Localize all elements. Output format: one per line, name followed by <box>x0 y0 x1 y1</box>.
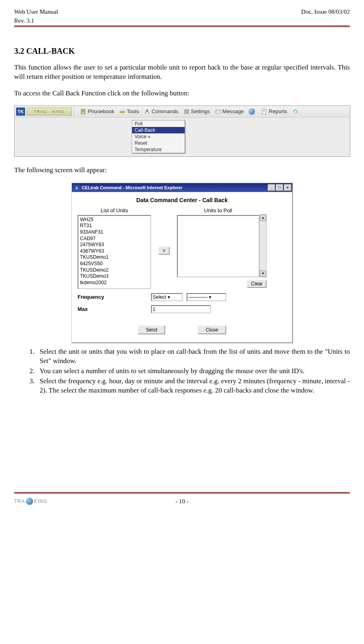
list-item[interactable]: RT31 <box>80 223 149 229</box>
max-label: Max <box>78 306 147 312</box>
step-3: Select the frequency e.g. hour, day or m… <box>36 377 350 395</box>
minimize-button[interactable]: _ <box>268 184 275 191</box>
instruction-list: Select the unit or units that you wish t… <box>14 347 350 395</box>
list-item[interactable]: tkdemo2002 <box>80 280 149 286</box>
list-of-units-label: List of Units <box>78 207 151 213</box>
loop-icon <box>292 108 299 115</box>
footer-globe-icon <box>26 498 33 505</box>
list-item[interactable]: TKUSDemo2 <box>80 267 149 274</box>
list-item[interactable]: TKUSDemo1 <box>80 254 149 261</box>
svg-rect-8 <box>262 109 266 114</box>
intro-paragraph: This function allows the user to set a p… <box>14 63 350 82</box>
clear-button[interactable]: Clear <box>247 280 267 288</box>
footer-logo-pre: TRA <box>14 498 25 504</box>
units-to-poll-label: Units to Poll <box>204 207 232 213</box>
phonebook-icon <box>80 108 86 115</box>
toolbar-reports-label: Reports <box>269 108 287 114</box>
toolbar-globe[interactable] <box>247 108 258 116</box>
toolbar-commands[interactable]: Commands <box>142 108 180 116</box>
toolbar-message-label: Message <box>223 108 244 114</box>
callback-dialog: e CELtrak Command - Microsoft Internet E… <box>71 182 293 343</box>
brand-badge-icon: TK <box>16 108 25 116</box>
frequency-label: Frequency <box>78 294 147 300</box>
menu-item-poll[interactable]: Poll <box>132 120 185 127</box>
toolbar-phonebook[interactable]: Phonebook <box>78 108 116 116</box>
section-title-text: CALL-BACK <box>26 46 75 55</box>
header-doc-title: Web User Manual <box>14 8 58 16</box>
dialog-titlebar: e CELtrak Command - Microsoft Internet E… <box>72 183 292 192</box>
commands-icon <box>144 108 150 115</box>
menu-item-temperature[interactable]: Temperature <box>132 146 185 153</box>
toolbar-message[interactable]: Message <box>213 108 246 116</box>
reports-icon <box>261 108 267 115</box>
list-item[interactable]: TKUSDemo3 <box>80 273 149 280</box>
dialog-heading: Data Command Center - Call Back <box>78 197 286 203</box>
list-item[interactable]: 933ANF31 <box>80 229 149 236</box>
list-item[interactable]: 2475WY63 <box>80 242 149 248</box>
menu-item-voice[interactable]: Voice » <box>132 133 185 140</box>
close-window-button[interactable]: × <box>284 184 291 191</box>
list-item[interactable]: 6425VS50 <box>80 261 149 267</box>
step-1: Select the unit or units that you wish t… <box>36 347 350 366</box>
list-item[interactable]: 4367WY63 <box>80 248 149 255</box>
units-listbox[interactable]: WH25 RT31 933ANF31 CAD97 2475WY63 4367WY… <box>78 215 151 289</box>
header-revision: Rev. 3.1 <box>14 17 34 25</box>
toolbar-tools-label: Tools <box>127 108 139 114</box>
brand-text: TRAC · KING <box>27 108 72 116</box>
svg-text:e: e <box>76 186 78 190</box>
menu-item-callback[interactable]: Call-Back <box>132 127 185 133</box>
tools-icon <box>119 108 126 115</box>
svg-rect-5 <box>185 110 186 114</box>
message-icon <box>215 108 221 115</box>
access-paragraph: To access the Call Back Function click o… <box>14 89 350 98</box>
svg-rect-6 <box>187 110 189 114</box>
toolbar-overflow[interactable] <box>290 108 300 116</box>
send-button[interactable]: Send <box>138 325 165 334</box>
dialog-title-text: CELtrak Command - Microsoft Internet Exp… <box>82 185 267 190</box>
close-button[interactable]: Close <box>198 325 226 334</box>
move-right-button[interactable]: > <box>158 247 170 255</box>
frequency-select[interactable]: Select ▾ <box>151 293 183 301</box>
toolbar-reports[interactable]: Reports <box>259 108 289 116</box>
svg-rect-3 <box>120 111 125 113</box>
footer-brand-logo: TRAKING <box>14 497 53 506</box>
scrollbar[interactable]: ▲ ▼ <box>259 214 267 277</box>
following-screen-paragraph: The following screen will appear: <box>14 166 350 175</box>
settings-icon <box>183 108 190 115</box>
header-issue: Doc. Issue 08/03/02 <box>301 8 350 16</box>
toolbar-screenshot: TK TRAC · KING Phonebook Tools Commands … <box>14 106 350 157</box>
toolbar-settings[interactable]: Settings <box>182 108 212 116</box>
units-to-poll-listbox[interactable] <box>177 215 259 277</box>
globe-icon <box>248 108 255 115</box>
menu-item-reset[interactable]: Reset <box>132 140 185 146</box>
max-input[interactable] <box>151 305 211 313</box>
svg-point-4 <box>146 110 148 112</box>
app-icon: e <box>74 184 80 191</box>
footer-logo-post: KING <box>34 498 47 504</box>
page-number: - 10 - <box>175 498 189 505</box>
step-2: You can select a number of units to set … <box>36 367 350 376</box>
commands-dropdown: Poll Call-Back Voice » Reset Temperature <box>132 120 185 153</box>
list-item[interactable]: WH25 <box>80 217 149 223</box>
scroll-up-icon[interactable]: ▲ <box>260 215 266 221</box>
scroll-down-icon[interactable]: ▼ <box>260 270 266 277</box>
list-item[interactable]: CAD97 <box>80 236 149 242</box>
toolbar-settings-label: Settings <box>191 108 210 114</box>
toolbar-phonebook-label: Phonebook <box>88 108 114 114</box>
interval-select[interactable]: ———— ▾ <box>187 293 226 301</box>
section-number: 3.2 <box>14 46 24 55</box>
section-heading: 3.2 CALL-BACK <box>14 46 350 56</box>
toolbar-commands-label: Commands <box>151 108 178 114</box>
toolbar-tools[interactable]: Tools <box>118 108 141 116</box>
maximize-button[interactable]: □ <box>276 184 283 191</box>
